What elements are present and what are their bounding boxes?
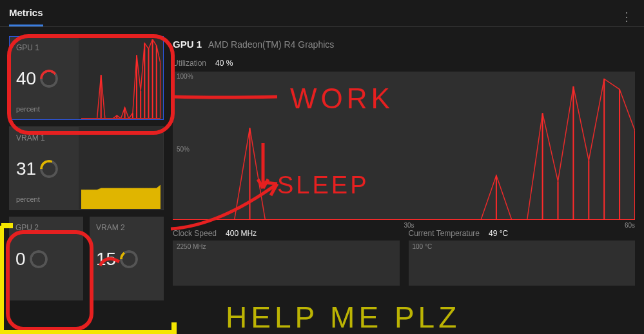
clock-label: Clock Speed bbox=[173, 229, 217, 238]
tile-row-bottom: GPU 2 0 VRAM 2 15 bbox=[9, 217, 164, 300]
tile-label: VRAM 2 bbox=[96, 223, 157, 232]
clock-value: 400 MHz bbox=[226, 229, 257, 238]
chart-xlabel-end: 60s bbox=[625, 222, 635, 229]
tile-unit bbox=[96, 286, 157, 294]
sparkline-gpu1 bbox=[79, 37, 163, 119]
tile-vram1[interactable]: VRAM 1 31 percent bbox=[9, 126, 164, 210]
detail-pane: GPU 1 AMD Radeon(TM) R4 Graphics Utiliza… bbox=[173, 36, 635, 325]
temp-chart: 100 °C bbox=[409, 241, 636, 286]
header-bar: Metrics ⋮ bbox=[0, 0, 644, 27]
tile-gpu2[interactable]: GPU 2 0 bbox=[9, 217, 83, 300]
gauge-icon bbox=[40, 70, 58, 88]
tab-metrics[interactable]: Metrics bbox=[9, 7, 43, 26]
chart-xlabel-mid: 30s bbox=[404, 222, 415, 229]
temp-label: Current Temperature bbox=[409, 229, 480, 238]
utilization-row: Utilization 40 % bbox=[173, 59, 635, 72]
util-value: 40 % bbox=[215, 59, 233, 68]
tile-unit: percent bbox=[16, 105, 72, 113]
clock-axis-top: 2250 MHz bbox=[177, 243, 206, 250]
tile-value: 0 bbox=[15, 249, 26, 270]
tile-label: VRAM 1 bbox=[16, 133, 72, 142]
detail-title: GPU 1 bbox=[173, 39, 202, 50]
bottom-row: Clock Speed 400 MHz 2250 MHz Current Tem… bbox=[173, 229, 635, 286]
tile-vram2[interactable]: VRAM 2 15 bbox=[90, 217, 164, 300]
main-body: GPU 1 40 percent VRAM 1 31 percent bbox=[0, 27, 644, 334]
chart-ylabel-top: 100% bbox=[177, 73, 193, 80]
chart-ylabel-mid: 50% bbox=[177, 146, 190, 153]
temp-block: Current Temperature 49 °C 100 °C bbox=[409, 229, 636, 286]
tile-gpu1[interactable]: GPU 1 40 percent bbox=[9, 36, 164, 120]
tile-label: GPU 2 bbox=[15, 223, 77, 232]
kebab-menu-icon[interactable]: ⋮ bbox=[618, 8, 635, 25]
tile-value: 15 bbox=[96, 249, 116, 270]
tile-value: 31 bbox=[16, 159, 36, 179]
util-label: Utilization bbox=[173, 59, 206, 68]
sparkline-vram1 bbox=[79, 127, 163, 210]
gauge-icon bbox=[40, 160, 58, 178]
tile-unit bbox=[15, 286, 77, 294]
gauge-icon bbox=[30, 250, 48, 268]
utilization-chart: 100% 50% 30s 60s bbox=[173, 72, 635, 220]
sidebar: GPU 1 40 percent VRAM 1 31 percent bbox=[9, 36, 164, 325]
tile-unit: percent bbox=[16, 195, 72, 203]
temp-axis-top: 100 °C bbox=[413, 243, 433, 250]
detail-title-row: GPU 1 AMD Radeon(TM) R4 Graphics bbox=[173, 36, 635, 59]
temp-value: 49 °C bbox=[489, 229, 508, 238]
clock-block: Clock Speed 400 MHz 2250 MHz bbox=[173, 229, 400, 286]
gauge-icon bbox=[120, 250, 138, 268]
clock-chart: 2250 MHz bbox=[173, 241, 400, 286]
tile-value: 40 bbox=[16, 68, 36, 89]
tile-label: GPU 1 bbox=[16, 43, 72, 52]
detail-subtitle: AMD Radeon(TM) R4 Graphics bbox=[208, 39, 334, 50]
